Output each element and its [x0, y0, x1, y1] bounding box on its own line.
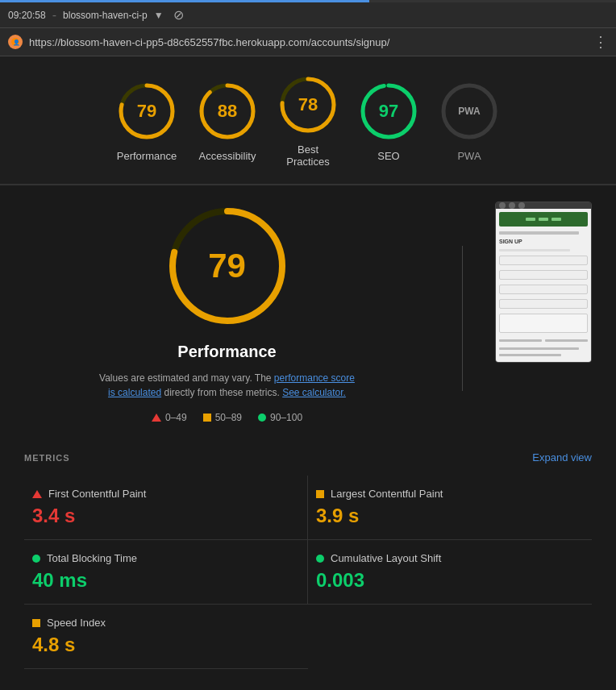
score-circle-pwa: PWA: [437, 79, 502, 143]
metric-tbt[interactable]: Total Blocking Time 40 ms: [24, 540, 308, 605]
top-bar: 09:20:58 - blossom-haven-ci-p ▼ ⊘: [0, 2, 616, 28]
lcp-status-icon: [316, 490, 324, 498]
score-circle-seo: 97: [356, 79, 421, 143]
performance-title: Performance: [177, 343, 276, 361]
fcp-value: 3.4 s: [32, 505, 299, 527]
svg-text:👤: 👤: [13, 39, 20, 46]
tbt-label: Total Blocking Time: [47, 552, 137, 564]
score-value-accessibility: 88: [218, 101, 237, 122]
legend-pass-label: 90–100: [270, 412, 302, 423]
si-label: Speed Index: [47, 617, 106, 629]
score-pwa[interactable]: PWA PWA: [437, 79, 502, 162]
fcp-label: First Contentful Paint: [48, 488, 146, 500]
legend-fail: 0–49: [152, 412, 187, 423]
top-bar-branch: blossom-haven-ci-p: [63, 10, 148, 21]
top-bar-time: 09:20:58: [8, 10, 46, 21]
legend-fail-label: 0–49: [165, 412, 187, 423]
block-icon[interactable]: ⊘: [173, 7, 184, 23]
metrics-grid: First Contentful Paint 3.4 s Largest Con…: [24, 476, 592, 669]
metric-lcp-header: Largest Contentful Paint: [316, 488, 584, 500]
scores-section: 79 Performance 88 Accessibility 78 Best …: [0, 56, 616, 185]
fcp-status-icon: [32, 490, 42, 498]
performance-description: Values are estimated and may vary. The p…: [99, 371, 355, 400]
metric-si[interactable]: Speed Index 4.8 s: [24, 605, 308, 669]
metrics-title: METRICS: [24, 453, 70, 463]
cls-label: Cumulative Layout Shift: [331, 552, 441, 564]
metric-cls[interactable]: Cumulative Layout Shift 0.003: [308, 540, 592, 605]
nav-dot-2: [509, 202, 515, 209]
score-value-seo: 97: [379, 101, 398, 122]
large-score-value: 79: [208, 247, 246, 285]
main-content: 79 Performance Values are estimated and …: [0, 185, 616, 685]
screenshot-body: SIGN UP: [496, 209, 591, 363]
score-circle-best-practices: 78: [276, 73, 340, 137]
metric-fcp-header: First Contentful Paint: [32, 488, 299, 500]
score-performance[interactable]: 79 Performance: [114, 79, 179, 162]
si-status-icon: [32, 619, 40, 627]
cls-value: 0.003: [316, 569, 584, 592]
pass-icon: [258, 414, 266, 422]
score-value-performance: 79: [137, 101, 156, 122]
legend-average: 50–89: [203, 412, 242, 423]
metric-fcp[interactable]: First Contentful Paint 3.4 s: [24, 476, 308, 540]
score-circle-performance: 79: [114, 79, 179, 143]
vertical-divider: [462, 246, 463, 391]
more-options-icon[interactable]: ⋮: [593, 33, 608, 51]
calculator-link[interactable]: See calculator.: [282, 387, 346, 398]
lcp-value: 3.9 s: [316, 505, 584, 527]
tbt-status-icon: [32, 555, 40, 563]
legend: 0–49 50–89 90–100: [152, 412, 302, 423]
favicon: 👤: [8, 35, 23, 49]
lcp-label: Largest Contentful Paint: [331, 488, 443, 500]
screenshot-nav: [496, 202, 591, 209]
score-value-pwa: PWA: [458, 106, 480, 117]
url-text: https://blossom-haven-ci-pp5-d8c652557fb…: [29, 36, 587, 48]
average-icon: [203, 414, 211, 422]
screenshot-preview: SIGN UP: [495, 202, 592, 363]
score-label-performance: Performance: [117, 150, 177, 162]
performance-right: SIGN UP: [495, 202, 592, 363]
si-value: 4.8 s: [32, 634, 300, 656]
score-label-seo: SEO: [377, 150, 399, 162]
performance-section: 79 Performance Values are estimated and …: [24, 202, 592, 435]
fail-icon: [152, 414, 161, 422]
metrics-header: METRICS Expand view: [24, 451, 592, 463]
url-bar: 👤 https://blossom-haven-ci-pp5-d8c652557…: [0, 28, 616, 56]
score-value-best-practices: 78: [298, 94, 318, 115]
nav-dot-1: [499, 202, 506, 209]
expand-view-button[interactable]: Expand view: [532, 451, 592, 463]
top-bar-separator: -: [52, 8, 56, 23]
score-label-best-practices: Best Practices: [286, 143, 329, 168]
score-label-accessibility: Accessibility: [199, 150, 256, 162]
legend-pass: 90–100: [258, 412, 302, 423]
performance-left: 79 Performance Values are estimated and …: [24, 202, 430, 435]
score-best-practices[interactable]: 78 Best Practices: [276, 73, 340, 168]
large-score-circle: 79: [163, 202, 292, 330]
metric-tbt-header: Total Blocking Time: [32, 552, 299, 564]
metric-si-header: Speed Index: [32, 617, 300, 629]
score-seo[interactable]: 97 SEO: [356, 79, 421, 162]
metric-cls-header: Cumulative Layout Shift: [316, 552, 584, 564]
legend-average-label: 50–89: [215, 412, 242, 423]
score-label-pwa: PWA: [457, 150, 481, 162]
nav-dot-3: [518, 202, 525, 209]
favicon-icon: 👤: [10, 37, 20, 47]
metric-lcp[interactable]: Largest Contentful Paint 3.9 s: [308, 476, 592, 540]
score-circle-accessibility: 88: [195, 79, 260, 143]
tbt-value: 40 ms: [32, 569, 299, 592]
score-accessibility[interactable]: 88 Accessibility: [195, 79, 260, 162]
cls-status-icon: [316, 555, 324, 563]
dropdown-icon[interactable]: ▼: [154, 10, 164, 21]
